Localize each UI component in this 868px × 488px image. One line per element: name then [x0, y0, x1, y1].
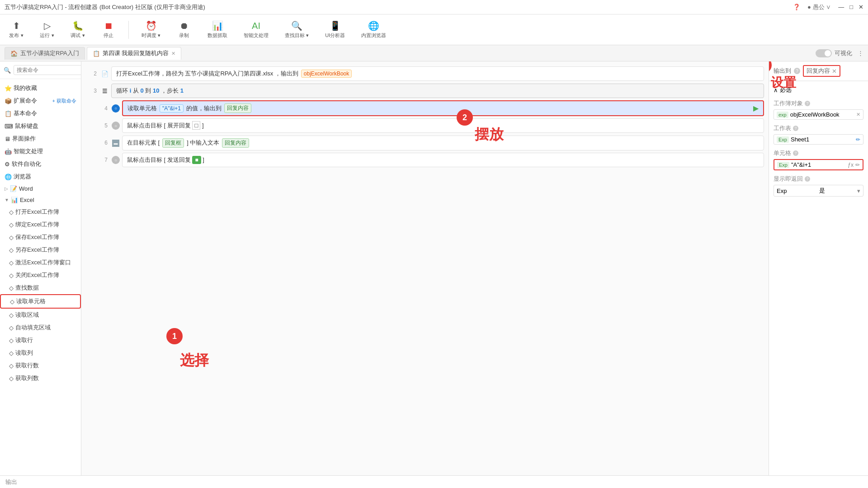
field-workbook: 工作簿对象 ? exp objExcelWorkBook ✕	[774, 99, 863, 120]
required-text: 必选	[780, 86, 792, 94]
cell-edit[interactable]: ✏	[855, 162, 860, 168]
sidebar-item-activate-excel[interactable]: ◇ 激活Excel工作簿窗口	[0, 256, 81, 269]
help-icon[interactable]: ❓	[793, 4, 800, 10]
worksheet-edit[interactable]: ✏	[856, 136, 860, 143]
keyboard-icon: ⌨	[5, 123, 13, 130]
tab2-close[interactable]: ✕	[171, 51, 175, 56]
sidebar-item-read-row[interactable]: ◇ 读取行	[0, 334, 81, 347]
excel-icon: 📊	[11, 197, 18, 203]
worksheet-label: 工作表 ?	[774, 124, 863, 132]
right-panel: 3 设置 输出到 ? 回复内容 ✕ ∧ 必选	[769, 61, 868, 475]
sidebar-item-ui[interactable]: 🖥 界面操作	[0, 132, 81, 145]
sidebar-item-saveas-excel[interactable]: ◇ 另存Excel工作簿	[0, 244, 81, 256]
worksheet-value[interactable]: Exp Sheet1 ✏	[774, 134, 863, 145]
visible-toggle-area: 可视化	[816, 49, 852, 57]
maximize-btn[interactable]: □	[849, 4, 853, 10]
tab-lesson4[interactable]: 📋 第四课 我最回复随机内容 ✕	[87, 47, 182, 60]
row6-content[interactable]: 在目标元素 [ 回复框 ] 中输入文本 回复内容	[122, 136, 764, 150]
search-input[interactable]	[14, 65, 81, 75]
read-range-bullet: ◇	[9, 312, 14, 319]
data-extract-icon: 📊	[212, 20, 223, 31]
workflow-row-2: 2 📄 打开Excel工作簿，路径为 五节小课搞定RPA入门第四课.xlsx ，…	[86, 66, 764, 81]
sidebar-item-software[interactable]: ⚙ 软件自动化	[0, 158, 81, 170]
tab-rpa-intro[interactable]: 🏠 五节小课搞定RPA入门	[5, 47, 85, 60]
sidebar-item-get-col-count[interactable]: ◇ 获取列数	[0, 372, 81, 385]
data-extract-label: 数据抓取	[208, 32, 227, 39]
cell-value[interactable]: Exp "A"&i+1 ƒx ✏	[774, 159, 863, 170]
sidebar-item-browser[interactable]: 🌐 浏览器	[0, 170, 81, 183]
row6-text1: 在目标元素 [	[127, 139, 160, 147]
record-button[interactable]: ⏺ 录制	[173, 19, 195, 41]
content-browser-button[interactable]: 🌐 内置浏览器	[358, 19, 390, 41]
worksheet-help[interactable]: ?	[793, 126, 798, 131]
row5-content[interactable]: 鼠标点击目标 [ 展开回复 □ ]	[122, 118, 764, 133]
stop-button[interactable]: ⏹ 停止	[98, 19, 119, 41]
sidebar-item-basic[interactable]: 📋 基本命令	[0, 107, 81, 120]
close-btn[interactable]: ✕	[859, 4, 863, 10]
row3-content[interactable]: 循环 i 从 0 到 10 ，步长 1	[111, 84, 764, 98]
save-excel-bullet: ◇	[9, 234, 14, 241]
sidebar-item-read-cell[interactable]: ◇ 读取单元格	[0, 294, 81, 309]
close-excel-bullet: ◇	[9, 272, 14, 279]
minimize-btn[interactable]: —	[838, 4, 844, 10]
ai-label: 智能文处理	[14, 147, 43, 155]
ui-analyzer-label: UI分析器	[325, 32, 345, 39]
close-excel-label: 关闭Excel工作簿	[15, 271, 59, 279]
cell-fx[interactable]: ƒx	[848, 162, 854, 168]
sidebar-item-close-excel[interactable]: ◇ 关闭Excel工作簿	[0, 269, 81, 282]
sidebar-item-save-excel[interactable]: ◇ 保存Excel工作簿	[0, 231, 81, 244]
sidebar-item-read-col[interactable]: ◇ 读取列	[0, 347, 81, 359]
sidebar-item-ai[interactable]: 🤖 智能文处理	[0, 145, 81, 158]
row2-var: objExcelWorkBook	[301, 70, 352, 78]
sidebar-item-keyboard[interactable]: ⌨ 鼠标键盘	[0, 120, 81, 132]
sidebar-item-excel[interactable]: ▼ 📊 Excel	[0, 194, 81, 206]
row7-tag: ■	[192, 156, 201, 164]
row3-icon: ☰	[100, 88, 109, 94]
sidebar-item-get-row-count[interactable]: ◇ 获取行数	[0, 359, 81, 372]
data-extract-button[interactable]: 📊 数据抓取	[204, 19, 231, 41]
row-num-6: 6	[97, 140, 108, 146]
get-command-btn[interactable]: + 获取命令	[52, 98, 76, 104]
sidebar-item-autofill[interactable]: ◇ 自动填充区域	[0, 321, 81, 334]
find-target-button[interactable]: 🔍 查找目标 ▾	[281, 19, 312, 41]
timer-button[interactable]: ⏰ 时调度 ▾	[138, 19, 164, 41]
divider1	[128, 21, 129, 39]
bottom-bar: 输出	[0, 475, 868, 488]
collapse-icon[interactable]: ∧	[774, 87, 778, 94]
ui-analyzer-button[interactable]: 📱 UI分析器	[321, 19, 349, 41]
sidebar-item-favorites[interactable]: ⭐ 我的收藏	[0, 82, 81, 94]
row2-content[interactable]: 打开Excel工作簿，路径为 五节小课搞定RPA入门第四课.xlsx ，输出到 …	[111, 66, 764, 81]
cell-label-text: 单元格	[774, 149, 791, 157]
return-help[interactable]: ?	[805, 176, 810, 182]
publish-label: 发布 ▾	[9, 32, 23, 39]
publish-button[interactable]: ⬆ 发布 ▾	[5, 19, 27, 41]
sidebar-item-find-data[interactable]: ◇ 查找数据	[0, 282, 81, 294]
sidebar-item-bind-excel[interactable]: ◇ 绑定Excel工作簿	[0, 218, 81, 231]
row-num-3: 3	[86, 88, 97, 94]
workbook-help[interactable]: ?	[805, 101, 810, 106]
user-icon[interactable]: ● 愚公 ∨	[807, 3, 831, 11]
run-button[interactable]: ▷ 运行 ▾	[36, 19, 58, 41]
visible-toggle-switch[interactable]	[816, 49, 832, 57]
title-text: 五节小课搞定RPA入门 - 流程创建器 (Bot Creator) 社区版 (仅…	[5, 3, 793, 11]
row6-var: 回复内容	[222, 138, 249, 148]
return-select[interactable]: Exp 是 ▾	[774, 185, 863, 197]
debug-button[interactable]: 🐛 调试 ▾	[67, 19, 89, 41]
sidebar-item-word[interactable]: ▷ 📝 Word	[0, 183, 81, 194]
expand-icon: 📦	[5, 98, 12, 104]
ai-process-button[interactable]: AI 智能文处理	[240, 19, 272, 41]
row7-content[interactable]: 鼠标点击目标 [ 发送回复 ■ ]	[122, 153, 764, 167]
word-label: Word	[19, 185, 33, 192]
sidebar-item-read-range[interactable]: ◇ 读取区域	[0, 309, 81, 321]
cell-help[interactable]: ?	[793, 150, 798, 156]
sidebar-item-open-excel[interactable]: ◇ 打开Excel工作簿	[0, 206, 81, 218]
sidebar-item-expand[interactable]: 📦 扩展命令 + 获取命令	[0, 94, 81, 107]
row4-content[interactable]: 读取单元格 "A"&i+1 的值，输出到 回复内容 ▶	[122, 100, 764, 116]
output-help-icon[interactable]: ?	[794, 68, 800, 74]
output-tag-field[interactable]: 回复内容 ✕	[803, 65, 840, 77]
workbook-value[interactable]: exp objExcelWorkBook ✕	[774, 109, 863, 120]
panel-toggle-btn[interactable]: ⋮	[858, 50, 863, 56]
row4-play[interactable]: ▶	[753, 104, 759, 113]
output-tag-close[interactable]: ✕	[832, 68, 837, 75]
workbook-close[interactable]: ✕	[856, 112, 860, 117]
